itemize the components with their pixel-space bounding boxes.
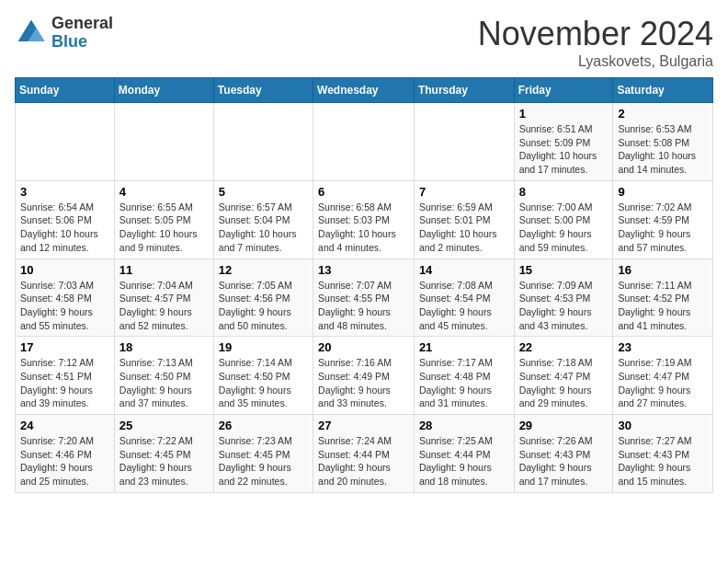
day-number: 14 (419, 263, 509, 277)
calendar-cell: 7Sunrise: 6:59 AM Sunset: 5:01 PM Daylig… (414, 180, 514, 259)
day-number: 26 (219, 419, 308, 432)
calendar-cell: 10Sunrise: 7:03 AM Sunset: 4:58 PM Dayli… (16, 259, 115, 337)
weekday-header: Thursday (414, 78, 514, 103)
day-number: 2 (618, 107, 708, 121)
day-number: 16 (618, 263, 708, 277)
weekday-header: Saturday (613, 78, 713, 103)
logo: General Blue (15, 15, 113, 52)
day-number: 19 (219, 340, 308, 354)
day-info: Sunrise: 7:25 AM Sunset: 4:44 PM Dayligh… (419, 434, 509, 488)
day-info: Sunrise: 7:23 AM Sunset: 4:45 PM Dayligh… (219, 434, 308, 488)
day-info: Sunrise: 7:14 AM Sunset: 4:50 PM Dayligh… (219, 356, 308, 410)
logo-text: General Blue (51, 15, 113, 52)
calendar-cell: 5Sunrise: 6:57 AM Sunset: 5:04 PM Daylig… (213, 180, 313, 259)
calendar-cell: 30Sunrise: 7:27 AM Sunset: 4:43 PM Dayli… (613, 415, 713, 493)
location: Lyaskovets, Bulgaria (478, 53, 713, 70)
day-info: Sunrise: 7:27 AM Sunset: 4:43 PM Dayligh… (618, 434, 708, 488)
day-info: Sunrise: 7:18 AM Sunset: 4:47 PM Dayligh… (519, 356, 609, 410)
logo-blue: Blue (51, 33, 113, 52)
day-number: 20 (318, 340, 409, 354)
calendar-cell: 25Sunrise: 7:22 AM Sunset: 4:45 PM Dayli… (114, 415, 213, 493)
day-number: 22 (519, 340, 609, 354)
calendar-cell (16, 103, 115, 181)
day-info: Sunrise: 7:02 AM Sunset: 4:59 PM Dayligh… (618, 201, 708, 255)
day-number: 25 (119, 419, 209, 432)
calendar-week-row: 24Sunrise: 7:20 AM Sunset: 4:46 PM Dayli… (16, 415, 713, 493)
calendar-cell: 9Sunrise: 7:02 AM Sunset: 4:59 PM Daylig… (613, 180, 713, 259)
day-info: Sunrise: 6:59 AM Sunset: 5:01 PM Dayligh… (419, 201, 509, 255)
day-number: 4 (119, 185, 209, 199)
calendar-week-row: 1Sunrise: 6:51 AM Sunset: 5:09 PM Daylig… (16, 103, 713, 181)
day-number: 8 (519, 185, 609, 199)
calendar-cell: 4Sunrise: 6:55 AM Sunset: 5:05 PM Daylig… (114, 180, 213, 259)
day-info: Sunrise: 7:24 AM Sunset: 4:44 PM Dayligh… (318, 434, 409, 488)
calendar-week-row: 3Sunrise: 6:54 AM Sunset: 5:06 PM Daylig… (16, 180, 713, 259)
calendar-cell: 29Sunrise: 7:26 AM Sunset: 4:43 PM Dayli… (514, 415, 613, 493)
calendar-week-row: 17Sunrise: 7:12 AM Sunset: 4:51 PM Dayli… (16, 337, 713, 415)
calendar-cell: 3Sunrise: 6:54 AM Sunset: 5:06 PM Daylig… (16, 180, 115, 259)
calendar-cell: 1Sunrise: 6:51 AM Sunset: 5:09 PM Daylig… (514, 103, 613, 181)
day-info: Sunrise: 7:00 AM Sunset: 5:00 PM Dayligh… (519, 201, 609, 255)
weekday-header: Tuesday (213, 78, 313, 103)
day-number: 21 (419, 340, 509, 354)
calendar-cell: 22Sunrise: 7:18 AM Sunset: 4:47 PM Dayli… (514, 337, 613, 415)
day-number: 6 (318, 185, 409, 199)
calendar-cell: 20Sunrise: 7:16 AM Sunset: 4:49 PM Dayli… (313, 337, 415, 415)
day-info: Sunrise: 7:09 AM Sunset: 4:53 PM Dayligh… (519, 279, 609, 333)
day-number: 10 (20, 263, 109, 277)
calendar-cell: 12Sunrise: 7:05 AM Sunset: 4:56 PM Dayli… (213, 259, 313, 337)
day-number: 15 (519, 263, 609, 277)
calendar-table: SundayMondayTuesdayWednesdayThursdayFrid… (15, 77, 713, 493)
day-number: 30 (618, 419, 708, 432)
calendar-cell: 21Sunrise: 7:17 AM Sunset: 4:48 PM Dayli… (414, 337, 514, 415)
day-number: 28 (419, 419, 509, 432)
calendar-cell (213, 103, 313, 181)
day-info: Sunrise: 6:54 AM Sunset: 5:06 PM Dayligh… (20, 201, 109, 255)
calendar-cell: 13Sunrise: 7:07 AM Sunset: 4:55 PM Dayli… (313, 259, 415, 337)
day-info: Sunrise: 7:12 AM Sunset: 4:51 PM Dayligh… (20, 356, 109, 410)
day-number: 23 (618, 340, 708, 354)
day-number: 24 (20, 419, 109, 432)
day-info: Sunrise: 7:05 AM Sunset: 4:56 PM Dayligh… (219, 279, 308, 333)
calendar-cell: 2Sunrise: 6:53 AM Sunset: 5:08 PM Daylig… (613, 103, 713, 181)
day-info: Sunrise: 6:53 AM Sunset: 5:08 PM Dayligh… (618, 122, 708, 177)
day-info: Sunrise: 7:26 AM Sunset: 4:43 PM Dayligh… (519, 434, 609, 488)
day-number: 13 (318, 263, 409, 277)
day-info: Sunrise: 7:19 AM Sunset: 4:47 PM Dayligh… (618, 356, 708, 410)
day-info: Sunrise: 7:04 AM Sunset: 4:57 PM Dayligh… (119, 279, 209, 333)
day-info: Sunrise: 7:17 AM Sunset: 4:48 PM Dayligh… (419, 356, 509, 410)
calendar-header-row: SundayMondayTuesdayWednesdayThursdayFrid… (16, 78, 713, 103)
page-header: General Blue November 2024 Lyaskovets, B… (15, 15, 713, 70)
day-number: 27 (318, 419, 409, 432)
weekday-header: Monday (114, 78, 213, 103)
weekday-header: Sunday (16, 78, 115, 103)
calendar-cell (114, 103, 213, 181)
calendar-cell: 6Sunrise: 6:58 AM Sunset: 5:03 PM Daylig… (313, 180, 415, 259)
day-number: 1 (519, 107, 609, 121)
day-number: 29 (519, 419, 609, 432)
day-number: 7 (419, 185, 509, 199)
calendar-week-row: 10Sunrise: 7:03 AM Sunset: 4:58 PM Dayli… (16, 259, 713, 337)
day-info: Sunrise: 7:07 AM Sunset: 4:55 PM Dayligh… (318, 279, 409, 333)
calendar-cell: 14Sunrise: 7:08 AM Sunset: 4:54 PM Dayli… (414, 259, 514, 337)
calendar-cell: 27Sunrise: 7:24 AM Sunset: 4:44 PM Dayli… (313, 415, 415, 493)
day-info: Sunrise: 7:16 AM Sunset: 4:49 PM Dayligh… (318, 356, 409, 410)
calendar-cell: 16Sunrise: 7:11 AM Sunset: 4:52 PM Dayli… (613, 259, 713, 337)
calendar-cell: 24Sunrise: 7:20 AM Sunset: 4:46 PM Dayli… (16, 415, 115, 493)
day-number: 9 (618, 185, 708, 199)
calendar-cell: 18Sunrise: 7:13 AM Sunset: 4:50 PM Dayli… (114, 337, 213, 415)
title-block: November 2024 Lyaskovets, Bulgaria (478, 15, 713, 70)
logo-icon (15, 17, 48, 50)
day-info: Sunrise: 6:58 AM Sunset: 5:03 PM Dayligh… (318, 201, 409, 255)
day-info: Sunrise: 7:13 AM Sunset: 4:50 PM Dayligh… (119, 356, 209, 410)
calendar-cell: 19Sunrise: 7:14 AM Sunset: 4:50 PM Dayli… (213, 337, 313, 415)
calendar-cell: 15Sunrise: 7:09 AM Sunset: 4:53 PM Dayli… (514, 259, 613, 337)
day-number: 11 (119, 263, 209, 277)
day-info: Sunrise: 6:51 AM Sunset: 5:09 PM Dayligh… (519, 122, 609, 177)
calendar-cell: 26Sunrise: 7:23 AM Sunset: 4:45 PM Dayli… (213, 415, 313, 493)
day-info: Sunrise: 6:55 AM Sunset: 5:05 PM Dayligh… (119, 201, 209, 255)
day-info: Sunrise: 7:08 AM Sunset: 4:54 PM Dayligh… (419, 279, 509, 333)
day-number: 5 (219, 185, 308, 199)
calendar-cell (313, 103, 415, 181)
calendar-cell: 23Sunrise: 7:19 AM Sunset: 4:47 PM Dayli… (613, 337, 713, 415)
